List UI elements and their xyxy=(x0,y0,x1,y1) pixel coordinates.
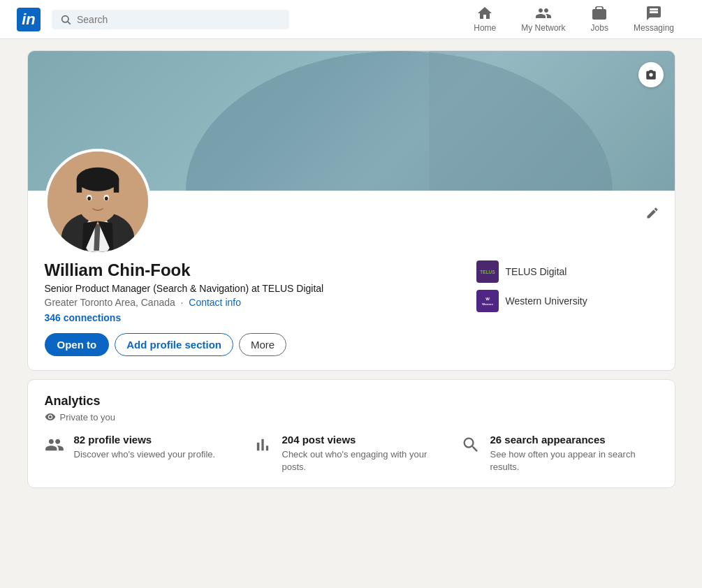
profile-card: William Chin-Fook Senior Product Manager… xyxy=(27,50,675,371)
post-views-stat: 204 post views xyxy=(282,434,439,446)
profile-name: William Chin-Fook xyxy=(45,260,324,280)
svg-point-14 xyxy=(87,196,91,200)
more-button[interactable]: More xyxy=(239,333,286,356)
open-to-button[interactable]: Open to xyxy=(45,333,110,356)
analytics-text-profile-views: 82 profile views Discover who's viewed y… xyxy=(74,434,216,461)
western-logo-icon: W Western xyxy=(477,291,498,311)
analytics-private: Private to you xyxy=(45,411,658,422)
svg-rect-11 xyxy=(113,179,119,193)
avatar-photo xyxy=(47,149,148,255)
company-item-western: W Western Western University xyxy=(476,290,658,312)
search-appearances-icon xyxy=(461,435,481,457)
navbar: in Home My Network Jobs xyxy=(0,0,702,39)
search-bar xyxy=(52,10,289,29)
home-icon xyxy=(476,5,493,22)
eye-icon xyxy=(45,411,56,422)
nav-item-jobs[interactable]: Jobs xyxy=(580,0,620,40)
profile-location: Greater Toronto Area, Canada · Contact i… xyxy=(45,297,324,308)
post-views-desc: Check out who's engaging with your posts… xyxy=(282,448,439,473)
svg-text:W: W xyxy=(485,297,490,301)
svg-rect-10 xyxy=(76,179,82,193)
profile-views-stat: 82 profile views xyxy=(74,434,216,446)
edit-profile-button[interactable] xyxy=(641,202,664,226)
search-input[interactable] xyxy=(77,14,281,25)
profile-views-desc: Discover who's viewed your profile. xyxy=(74,448,216,461)
search-appearances-stat: 26 search appearances xyxy=(490,434,647,446)
svg-point-0 xyxy=(62,15,68,22)
svg-text:Western: Western xyxy=(482,302,493,306)
profile-actions: Open to Add profile section More xyxy=(45,333,324,356)
nav-item-my-network[interactable]: My Network xyxy=(510,0,576,40)
svg-point-15 xyxy=(104,196,108,200)
post-views-icon xyxy=(253,435,272,457)
analytics-item-post-views[interactable]: 204 post views Check out who's engaging … xyxy=(242,434,450,473)
profile-right: TELUS TELUS Digital W Western xyxy=(476,260,658,312)
analytics-text-post-views: 204 post views Check out who's engaging … xyxy=(282,434,439,473)
analytics-card: Analytics Private to you 82 profile view… xyxy=(27,379,675,488)
main-content: William Chin-Fook Senior Product Manager… xyxy=(16,50,687,488)
nav-item-messaging[interactable]: Messaging xyxy=(622,0,685,40)
telus-logo: TELUS xyxy=(476,260,499,283)
avatar-wrapper xyxy=(45,149,151,255)
nav-items: Home My Network Jobs Messaging xyxy=(462,0,685,40)
search-icon xyxy=(60,14,71,25)
telus-logo-icon: TELUS xyxy=(478,261,497,282)
my-network-icon xyxy=(535,5,552,22)
change-background-button[interactable] xyxy=(638,62,664,87)
linkedin-logo[interactable]: in xyxy=(17,8,41,31)
messaging-icon xyxy=(645,5,662,22)
svg-text:TELUS: TELUS xyxy=(480,270,495,274)
jobs-icon xyxy=(591,5,608,22)
connections-link[interactable]: 346 connections xyxy=(45,312,324,323)
western-logo: W Western xyxy=(476,290,499,312)
company-item-telus: TELUS TELUS Digital xyxy=(476,260,658,283)
analytics-items: 82 profile views Discover who's viewed y… xyxy=(45,434,658,473)
search-appearances-desc: See how often you appear in search resul… xyxy=(490,448,647,473)
analytics-private-label: Private to you xyxy=(60,412,116,422)
svg-rect-18 xyxy=(477,291,498,311)
profile-main-info: William Chin-Fook Senior Product Manager… xyxy=(45,260,658,356)
contact-info-link[interactable]: Contact info xyxy=(189,297,241,308)
analytics-item-search-appearances[interactable]: 26 search appearances See how often you … xyxy=(450,434,658,473)
profile-views-icon xyxy=(45,435,64,457)
nav-item-home[interactable]: Home xyxy=(462,0,507,40)
profile-left: William Chin-Fook Senior Product Manager… xyxy=(45,260,324,356)
camera-icon xyxy=(645,68,657,81)
add-profile-section-button[interactable]: Add profile section xyxy=(115,333,233,356)
avatar xyxy=(45,149,151,255)
profile-headline: Senior Product Manager (Search & Navigat… xyxy=(45,283,324,294)
telus-company-name: TELUS Digital xyxy=(506,266,567,277)
profile-info-section: William Chin-Fook Senior Product Manager… xyxy=(28,191,675,370)
svg-line-1 xyxy=(68,22,71,24)
banner-shape2 xyxy=(429,51,675,191)
pencil-icon xyxy=(645,206,659,220)
western-company-name: Western University xyxy=(506,295,587,307)
analytics-title: Analytics xyxy=(45,394,658,409)
analytics-text-search-appearances: 26 search appearances See how often you … xyxy=(490,434,647,473)
analytics-item-profile-views[interactable]: 82 profile views Discover who's viewed y… xyxy=(45,434,242,473)
svg-point-9 xyxy=(76,168,119,191)
